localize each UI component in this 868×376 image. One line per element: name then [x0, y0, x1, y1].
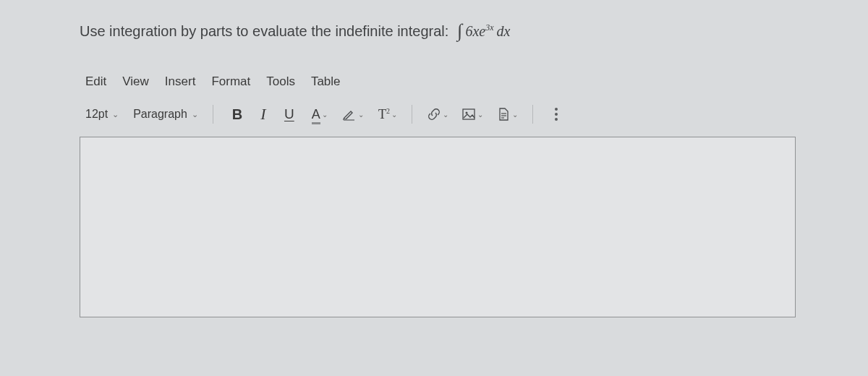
menu-view[interactable]: View	[122, 74, 149, 89]
question-prompt: Use integration by parts to evaluate the…	[80, 14, 796, 42]
underline-button[interactable]: U	[280, 106, 299, 123]
image-icon	[461, 107, 476, 121]
chevron-down-icon: ⌄	[512, 111, 518, 119]
document-button[interactable]: ⌄	[496, 107, 518, 121]
integral-symbol: ∫	[457, 20, 462, 42]
underline-icon: U	[284, 106, 294, 122]
dot-icon	[555, 118, 558, 121]
chevron-down-icon: ⌄	[391, 111, 397, 119]
superscript-button[interactable]: T2 ⌄	[378, 107, 397, 122]
answer-editor[interactable]	[80, 137, 796, 317]
highlight-icon	[342, 107, 357, 121]
more-options-button[interactable]	[552, 105, 561, 124]
italic-button[interactable]: I	[254, 106, 273, 123]
dot-icon	[555, 108, 558, 111]
toolbar-separator	[213, 105, 213, 124]
chevron-down-icon: ⌄	[192, 110, 198, 119]
toolbar-separator	[532, 105, 533, 124]
font-size-dropdown[interactable]: 12pt ⌄	[85, 108, 119, 121]
svg-rect-1	[463, 109, 475, 119]
font-size-value: 12pt	[85, 108, 108, 121]
block-format-dropdown[interactable]: Paragraph ⌄	[133, 108, 198, 121]
menu-insert[interactable]: Insert	[165, 74, 196, 89]
editor-menubar: Edit View Insert Format Tools Table	[80, 74, 796, 89]
svg-point-2	[465, 112, 467, 114]
math-expression: 6xe3x	[465, 22, 493, 40]
chevron-down-icon: ⌄	[322, 111, 328, 119]
text-color-icon: A	[312, 107, 320, 122]
chevron-down-icon: ⌄	[358, 111, 364, 119]
text-color-button[interactable]: A ⌄	[312, 107, 328, 122]
image-button[interactable]: ⌄	[461, 107, 483, 121]
menu-tools[interactable]: Tools	[266, 74, 295, 89]
highlight-button[interactable]: ⌄	[342, 107, 364, 121]
link-icon	[427, 107, 441, 121]
dot-icon	[555, 113, 558, 116]
link-button[interactable]: ⌄	[427, 107, 448, 121]
menu-table[interactable]: Table	[311, 74, 341, 89]
block-format-value: Paragraph	[133, 108, 187, 121]
menu-edit[interactable]: Edit	[85, 74, 106, 89]
svg-rect-0	[344, 119, 354, 121]
bold-button[interactable]: B	[228, 106, 247, 123]
chevron-down-icon: ⌄	[443, 111, 448, 119]
chevron-down-icon: ⌄	[112, 110, 119, 119]
chevron-down-icon: ⌄	[477, 111, 483, 119]
math-dx: dx	[497, 23, 511, 40]
superscript-icon: T2	[378, 107, 390, 122]
toolbar-separator	[412, 105, 412, 124]
question-text: Use integration by parts to evaluate the…	[80, 23, 448, 40]
menu-format[interactable]: Format	[211, 74, 250, 89]
editor-toolbar: 12pt ⌄ Paragraph ⌄ B I U A ⌄ ⌄ T2 ⌄ ⌄	[80, 105, 796, 124]
document-icon	[496, 107, 511, 121]
